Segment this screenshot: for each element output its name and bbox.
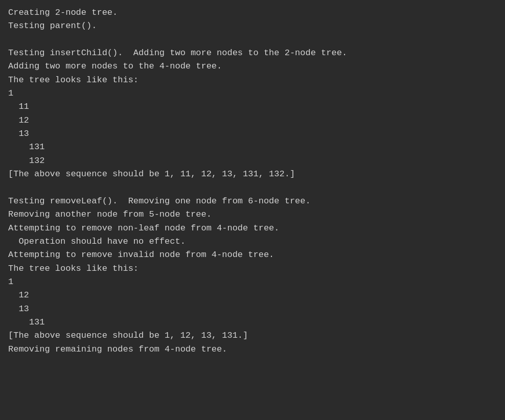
- terminal-output: Creating 2-node tree. Testing parent(). …: [8, 6, 497, 356]
